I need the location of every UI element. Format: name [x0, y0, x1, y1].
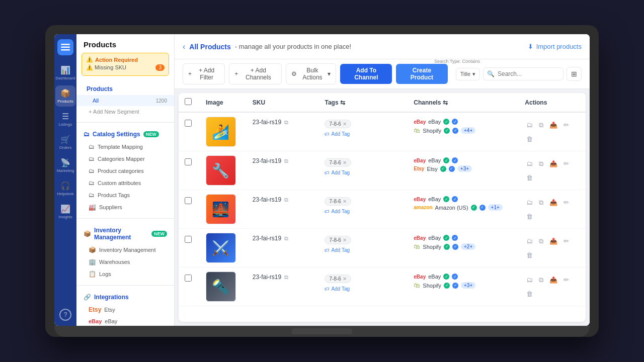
export-action-button[interactable]: 📤 — [548, 236, 559, 246]
view-action-button[interactable]: 🗂 — [525, 275, 534, 285]
nav-categories-mapper[interactable]: 🗂 Categories Mapper — [76, 153, 174, 165]
copy-action-button[interactable]: ⧉ — [537, 236, 545, 247]
delete-action-button[interactable]: 🗑 — [525, 211, 534, 222]
nav-product-categories[interactable]: 🗂 Product categories — [76, 165, 174, 177]
row-checkbox[interactable] — [185, 120, 192, 127]
nav-helpdesk[interactable]: 🎧 Helpdesk — [55, 178, 75, 199]
row-checkbox[interactable] — [185, 236, 192, 243]
breadcrumb-description: - manage all your products in one place! — [235, 43, 351, 50]
tags-settings-icon[interactable]: ⇆ — [340, 99, 345, 106]
nav-inventory-management[interactable]: 📦 Inventory Management — [76, 244, 174, 256]
nav-dashboard[interactable]: 📊 Dashboard — [55, 62, 75, 83]
add-tag-button[interactable]: 🏷 Add Tag — [325, 285, 401, 292]
delete-action-button[interactable]: 🗑 — [525, 172, 534, 183]
search-type-label: Title — [460, 71, 470, 77]
nav-logs[interactable]: 📋 Logs — [76, 268, 174, 280]
logo-button[interactable] — [57, 39, 73, 55]
grid-view-button[interactable]: ⊞ — [567, 67, 582, 81]
tag-remove-button[interactable]: ✕ — [343, 160, 347, 165]
view-action-button[interactable]: 🗂 — [525, 120, 534, 130]
view-action-button[interactable]: 🗂 — [525, 197, 534, 208]
copy-action-button[interactable]: ⧉ — [537, 275, 545, 286]
nav-template-mapping[interactable]: 🗂 Template Mapping — [76, 141, 174, 153]
copy-sku-button[interactable]: ⧉ — [284, 235, 288, 242]
nav-product-tags[interactable]: 🗂 Product Tags — [76, 189, 174, 201]
copy-action-button[interactable]: ⧉ — [537, 120, 545, 131]
help-button[interactable]: ? — [59, 309, 71, 321]
products-all-item[interactable]: All 1200 — [76, 95, 174, 106]
channels-settings-icon[interactable]: ⇆ — [443, 99, 448, 106]
more-channels-badge[interactable]: +3+ — [457, 165, 472, 172]
back-button[interactable]: ‹ — [183, 42, 185, 51]
copy-action-button[interactable]: ⧉ — [537, 197, 545, 208]
view-action-button[interactable]: 🗂 — [525, 158, 534, 169]
products-nav-header[interactable]: Products — [76, 83, 174, 95]
more-channels-badge[interactable]: +2+ — [461, 243, 475, 250]
edit-action-button[interactable]: ✏ — [562, 158, 571, 169]
add-tag-button[interactable]: 🏷 Add Tag — [325, 246, 401, 253]
more-channels-badge[interactable]: +4+ — [461, 127, 475, 134]
delete-action-button[interactable]: 🗑 — [525, 250, 534, 260]
nav-warehouses[interactable]: 🏢 Warehouses — [76, 256, 174, 268]
tag-remove-button[interactable]: ✕ — [343, 237, 347, 243]
nav-suppliers[interactable]: 🏭 Suppliers — [76, 201, 174, 213]
edit-action-button[interactable]: ✏ — [562, 120, 571, 130]
copy-sku-button[interactable]: ⧉ — [284, 158, 288, 164]
etsy-status-1: ✓ — [440, 166, 446, 172]
copy-sku-button[interactable]: ⧉ — [284, 274, 288, 281]
add-tag-button[interactable]: 🏷 Add Tag — [325, 169, 401, 175]
nav-products[interactable]: 📦 Products — [55, 85, 75, 107]
copy-action-button[interactable]: ⧉ — [537, 158, 545, 169]
copy-sku-button[interactable]: ⧉ — [284, 197, 288, 203]
row-checkbox[interactable] — [185, 158, 192, 165]
export-action-button[interactable]: 📤 — [548, 197, 559, 208]
edit-action-button[interactable]: ✏ — [562, 236, 571, 246]
add-segment-button[interactable]: + Add New Segment — [76, 106, 174, 117]
export-action-button[interactable]: 📤 — [548, 275, 559, 285]
add-filter-button[interactable]: + + Add Filter — [183, 63, 225, 84]
search-type-select[interactable]: Title ▾ — [456, 68, 480, 80]
delete-action-button[interactable]: 🗑 — [525, 289, 534, 299]
edit-action-button[interactable]: ✏ — [562, 197, 571, 208]
tag-chip: 7-8-6 ✕ — [325, 275, 351, 283]
bulk-actions-button[interactable]: ⚙ Bulk Actions ▾ — [286, 63, 336, 84]
more-channels-badge[interactable]: +3+ — [461, 282, 475, 289]
nav-marketing[interactable]: 📡 Marketing — [55, 155, 75, 176]
add-tag-button[interactable]: 🏷 Add Tag — [325, 208, 401, 214]
nav-listings[interactable]: ☰ Listings — [55, 109, 75, 130]
select-all-checkbox[interactable] — [185, 98, 192, 105]
tag-remove-button[interactable]: ✕ — [343, 276, 347, 282]
row-checkbox[interactable] — [185, 275, 192, 282]
main-content: ‹ All Products - manage all your product… — [175, 34, 590, 326]
row-tags-cell: 7-8-6 ✕ 🏷 Add Tag — [318, 267, 408, 306]
integrations-header[interactable]: 🔗 Integrations — [76, 291, 174, 304]
nav-custom-attributes[interactable]: 🗂 Custom attributes — [76, 177, 174, 189]
export-action-button[interactable]: 📤 — [548, 120, 559, 130]
tag-remove-button[interactable]: ✕ — [343, 199, 347, 204]
copy-sku-button[interactable]: ⧉ — [284, 119, 288, 126]
search-input[interactable] — [483, 67, 564, 80]
icon-sidebar: 📊 Dashboard 📦 Products ☰ Listings 🛒 Orde… — [54, 34, 76, 326]
more-channels-badge[interactable]: +1+ — [488, 204, 503, 211]
export-action-button[interactable]: 📤 — [548, 158, 559, 169]
nav-insights[interactable]: 📈 Insights — [55, 201, 75, 222]
row-checkbox[interactable] — [185, 197, 192, 204]
import-products-button[interactable]: ⬇ Import products — [528, 43, 582, 50]
tag-remove-button[interactable]: ✕ — [343, 121, 347, 127]
nav-ebay[interactable]: eBay eBay — [76, 316, 174, 326]
nav-listings-label: Listings — [58, 122, 72, 127]
add-to-channel-button[interactable]: Add To Channel — [340, 64, 392, 84]
shopify-status-1: ✓ — [444, 244, 450, 250]
nav-products-label: Products — [57, 99, 73, 104]
nav-etsy[interactable]: Etsy Etsy — [76, 304, 174, 316]
add-tag-button[interactable]: 🏷 Add Tag — [325, 130, 401, 137]
view-action-button[interactable]: 🗂 — [525, 236, 534, 246]
add-channels-button[interactable]: + + Add Channels — [229, 63, 282, 84]
create-product-button[interactable]: Create Product — [396, 64, 447, 84]
inventory-management-header[interactable]: 📦 Inventory Management NEW — [76, 224, 174, 244]
catalog-settings-header[interactable]: 🗂 Catalog Settings NEW — [76, 128, 174, 141]
edit-action-button[interactable]: ✏ — [562, 275, 571, 285]
delete-action-button[interactable]: 🗑 — [525, 134, 534, 144]
alert-item-missing-sku[interactable]: ⚠️ Missing SKU 3 — [86, 63, 165, 72]
nav-orders[interactable]: 🛒 Orders — [55, 132, 75, 153]
